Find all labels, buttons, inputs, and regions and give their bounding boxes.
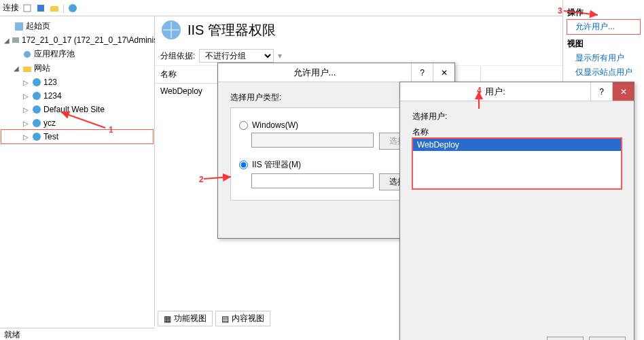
actions-view-header: 视图 [567,38,640,50]
svg-point-8 [33,78,41,86]
tree-site-label: Default Web Site [43,105,105,114]
folder-icon[interactable] [49,3,60,14]
close-button[interactable]: ✕ [612,82,634,101]
annotation-3: 3 [558,6,562,16]
annotation-2: 2 [199,175,204,184]
users-ok-button[interactable]: 确定 [547,337,584,340]
action-show-all[interactable]: 显示所有用户 [567,51,640,65]
tree-app-pools[interactable]: 应用程序池 [1,47,153,61]
svg-rect-1 [37,5,44,12]
iis-permissions-icon [160,19,182,41]
svg-point-10 [33,105,41,114]
actions-header: 操作 [567,7,640,18]
svg-rect-2 [50,6,58,12]
users-dialog-title: 用户: [400,86,590,98]
tree-site-ycz[interactable]: ▷ ycz [1,116,153,130]
page-title: IIS 管理器权限 [187,21,276,39]
tree-site-label: 1234 [43,91,62,101]
radio-windows[interactable] [239,121,248,130]
tree-site-1234[interactable]: ▷ 1234 [1,89,153,103]
svg-rect-7 [23,67,31,72]
windows-user-input [251,133,374,148]
user-row-webdeploy[interactable]: WebDeploy [413,139,621,151]
tree-site-123[interactable]: ▷ 123 [1,75,153,89]
tree-sites-label: 网站 [34,63,50,74]
users-dialog: 用户: ? ✕ 选择用户: 名称 WebDeploy 确定 取消 [399,82,634,340]
annotation-1: 1 [109,125,113,135]
tree-start-page-label: 起始页 [26,20,50,32]
features-icon: ▦ [164,314,171,324]
svg-point-6 [24,51,31,58]
tree-server[interactable]: ◢ 172_21_0_17 (172_21_0_17\Administrator… [1,33,153,47]
radio-iis-label: IIS 管理器(M) [252,159,301,171]
action-show-site-only[interactable]: 仅显示站点用户 [567,65,640,80]
iis-user-input[interactable] [251,173,374,188]
connect-icon[interactable] [22,3,33,14]
tree-app-pools-label: 应用程序池 [34,48,75,60]
tree-start-page[interactable]: 起始页 [1,19,153,33]
svg-point-9 [33,92,41,100]
tree-site-default[interactable]: ▷ Default Web Site [1,103,153,116]
connections-toolbar: 连接 | [0,0,644,16]
close-button[interactable]: ✕ [433,63,454,82]
group-by-select[interactable]: 不进行分组 [199,49,274,63]
help-button[interactable]: ? [590,82,612,101]
radio-iis-manager[interactable] [239,160,248,169]
users-cancel-button[interactable]: 取消 [589,337,626,340]
select-user-label: 选择用户: [412,111,622,122]
bottom-view-tabs: ▦功能视图 ▤内容视图 [158,311,270,326]
connections-tree: 起始页 ◢ 172_21_0_17 (172_21_0_17\Administr… [0,16,155,326]
svg-point-11 [33,119,41,127]
tab-features-view[interactable]: ▦功能视图 [158,311,213,326]
svg-rect-5 [12,37,19,43]
svg-point-3 [69,4,77,12]
svg-point-12 [33,133,41,141]
status-bar: 就绪 [0,328,155,340]
expander-icon[interactable]: ▷ [22,133,30,141]
save-icon[interactable] [35,3,46,14]
content-icon: ▤ [221,314,229,324]
annotation-4: 4 [477,86,482,95]
group-by-label: 分组依据: [160,50,195,62]
tab-content-view[interactable]: ▤内容视图 [215,311,270,326]
radio-windows-label: Windows(W) [252,120,298,130]
svg-rect-4 [15,22,23,31]
svg-rect-0 [24,5,31,12]
tree-site-label: 123 [43,78,57,87]
tree-site-label: Test [43,132,58,141]
globe-refresh-icon[interactable] [67,3,78,14]
action-allow-user[interactable]: 允许用户... [567,20,640,34]
users-name-header: 名称 [412,126,622,138]
tree-sites[interactable]: ◢ 网站 [1,61,153,75]
allow-dialog-title: 允许用户... [218,67,411,79]
help-button[interactable]: ? [411,63,433,82]
tree-site-test[interactable]: ▷ Test [1,130,153,143]
users-listbox[interactable]: WebDeploy [412,138,622,189]
tree-site-label: ycz [43,118,56,128]
connections-label: 连接 [3,2,19,14]
